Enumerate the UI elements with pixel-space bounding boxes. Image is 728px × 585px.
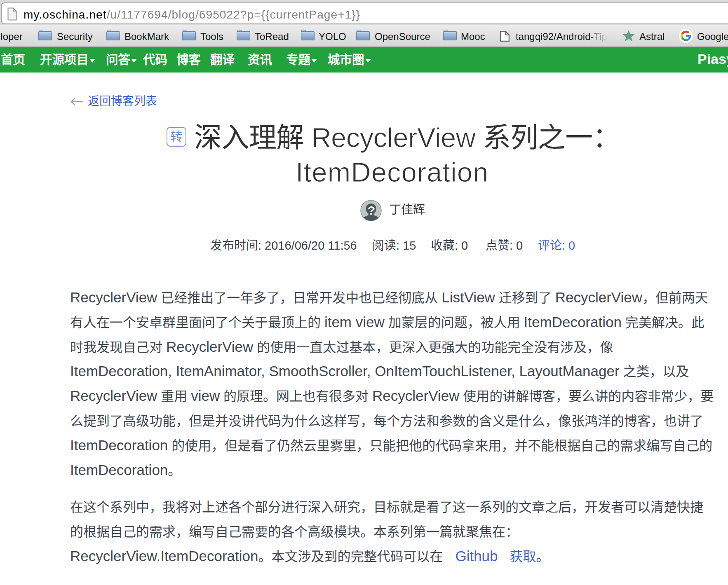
svg-text:?: ? <box>368 204 375 217</box>
